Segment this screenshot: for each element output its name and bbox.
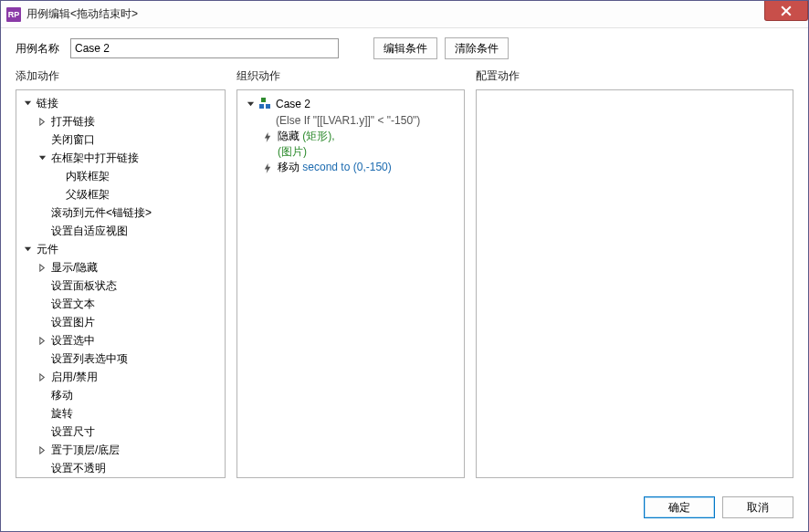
- configure-actions-panel: [476, 89, 793, 478]
- tree-item-label: 关闭窗口: [49, 132, 95, 148]
- tree-item-label: 打开链接: [49, 114, 95, 130]
- chevron-down-icon[interactable]: [22, 244, 33, 255]
- tree-item[interactable]: 设置尺寸: [16, 422, 225, 441]
- clear-condition-button[interactable]: 清除条件: [445, 37, 509, 59]
- chevron-right-icon[interactable]: [37, 116, 47, 127]
- close-icon: [781, 5, 792, 16]
- chevron-down-icon[interactable]: [22, 98, 33, 109]
- tree-item-label: 设置不透明: [49, 461, 106, 476]
- chevron-down-icon[interactable]: [37, 152, 47, 163]
- configure-actions-header: 配置动作: [476, 68, 793, 84]
- case-name-label: 用例名称: [16, 41, 59, 57]
- tree-item-label: 旋转: [49, 406, 73, 422]
- titlebar: RP 用例编辑<拖动结束时>: [1, 1, 808, 28]
- tree-item-label: 设置尺寸: [49, 424, 95, 440]
- chevron-right-icon[interactable]: [37, 262, 47, 273]
- tree-item-label: 启用/禁用: [49, 370, 98, 385]
- columns: 添加动作 链接打开链接关闭窗口在框架中打开链接内联框架父级框架滚动到元件<锚链接…: [1, 65, 808, 487]
- tree-item[interactable]: 链接: [16, 94, 225, 112]
- organize-actions-panel: Case 2 (Else If "[[LVAR1.y]]" < "-150") …: [236, 89, 465, 478]
- app-icon: RP: [6, 7, 21, 22]
- tree-item[interactable]: 父级框架: [16, 185, 225, 203]
- tree-item[interactable]: 移动: [16, 386, 225, 404]
- tree-item[interactable]: 滚动到元件<锚链接>: [16, 203, 225, 222]
- action-arg: (矩形),: [302, 130, 334, 142]
- tree-item[interactable]: 元件: [16, 240, 225, 258]
- tree-item[interactable]: 设置列表选中项: [16, 349, 225, 368]
- case-condition: (Else If "[[LVAR1.y]]" < "-150"): [276, 112, 420, 129]
- tree-item[interactable]: 设置不透明: [16, 459, 225, 477]
- action-arg: second to (0,-150): [302, 161, 391, 173]
- add-actions-panel: 链接打开链接关闭窗口在框架中打开链接内联框架父级框架滚动到元件<锚链接>设置自适…: [16, 89, 226, 478]
- tree-item-label: 设置面板状态: [49, 278, 117, 294]
- tree-item[interactable]: 设置自适应视图: [16, 222, 225, 240]
- tree-item[interactable]: 内联框架: [16, 167, 225, 185]
- action-row[interactable]: 移动 second to (0,-150): [241, 160, 460, 175]
- tree-item-label: 设置图片: [49, 315, 95, 330]
- case-name-input[interactable]: [70, 38, 339, 58]
- tree-item-label: 置于顶层/底层: [49, 443, 120, 458]
- tree-item[interactable]: 打开链接: [16, 112, 225, 130]
- tree-item-label: 设置选中: [49, 333, 95, 349]
- add-actions-header: 添加动作: [16, 68, 226, 84]
- case-row[interactable]: Case 2 (Else If "[[LVAR1.y]]" < "-150"): [241, 96, 460, 129]
- footer: 确定 取消: [1, 487, 808, 531]
- tree-item[interactable]: 设置面板状态: [16, 276, 225, 295]
- top-row: 用例名称 编辑条件 清除条件: [1, 28, 808, 65]
- tree-item-label: 设置文本: [49, 297, 95, 312]
- action-verb: 隐藏: [278, 130, 302, 142]
- case-expander-icon[interactable]: [245, 99, 256, 110]
- tree-item-label: 元件: [35, 242, 58, 257]
- tree-item-label: 在框架中打开链接: [49, 151, 139, 166]
- action-verb: 移动: [278, 161, 302, 173]
- chevron-right-icon[interactable]: [37, 335, 47, 346]
- tree-item[interactable]: 在框架中打开链接: [16, 149, 225, 167]
- tree-item-label: 内联框架: [64, 169, 110, 184]
- tree-item[interactable]: 关闭窗口: [16, 130, 225, 149]
- organize-actions-header: 组织动作: [236, 68, 465, 84]
- configure-actions-column: 配置动作: [476, 65, 793, 478]
- tree-item-label: 显示/隐藏: [49, 260, 98, 276]
- action-arg: (图片): [278, 145, 307, 158]
- cancel-button[interactable]: 取消: [722, 496, 793, 518]
- tree-item-label: 链接: [35, 96, 58, 111]
- tree-item[interactable]: 设置文本: [16, 295, 225, 313]
- tree-item[interactable]: 置于顶层/底层: [16, 441, 225, 459]
- tree-item[interactable]: 设置选中: [16, 331, 225, 349]
- tree-item-label: 设置列表选中项: [49, 351, 128, 367]
- tree-item-label: 滚动到元件<锚链接>: [49, 205, 152, 221]
- close-button[interactable]: [764, 1, 808, 21]
- edit-condition-button[interactable]: 编辑条件: [373, 37, 437, 59]
- action-row[interactable]: 隐藏 (矩形),(图片): [241, 129, 460, 160]
- action-tree[interactable]: 链接打开链接关闭窗口在框架中打开链接内联框架父级框架滚动到元件<锚链接>设置自适…: [16, 90, 225, 478]
- ok-button[interactable]: 确定: [644, 496, 715, 518]
- case-label: Case 2: [276, 96, 420, 112]
- chevron-right-icon[interactable]: [37, 444, 47, 455]
- tree-item-label: 设置自适应视图: [49, 224, 128, 239]
- bolt-icon: [261, 130, 274, 143]
- tree-item[interactable]: 旋转: [16, 404, 225, 422]
- add-actions-column: 添加动作 链接打开链接关闭窗口在框架中打开链接内联框架父级框架滚动到元件<锚链接…: [16, 65, 226, 478]
- tree-item[interactable]: 设置图片: [16, 313, 225, 331]
- organize-actions-column: 组织动作 Case 2 (Else If "[[LVAR1.y]]" < "-1…: [236, 65, 465, 478]
- bolt-icon: [261, 162, 274, 174]
- case-icon: [259, 98, 272, 110]
- tree-item[interactable]: 启用/禁用: [16, 368, 225, 386]
- tree-item[interactable]: 显示/隐藏: [16, 258, 225, 276]
- tree-item-label: 移动: [49, 388, 73, 403]
- tree-item-label: 父级框架: [64, 187, 110, 203]
- chevron-right-icon[interactable]: [37, 371, 47, 382]
- window-title: 用例编辑<拖动结束时>: [26, 6, 138, 22]
